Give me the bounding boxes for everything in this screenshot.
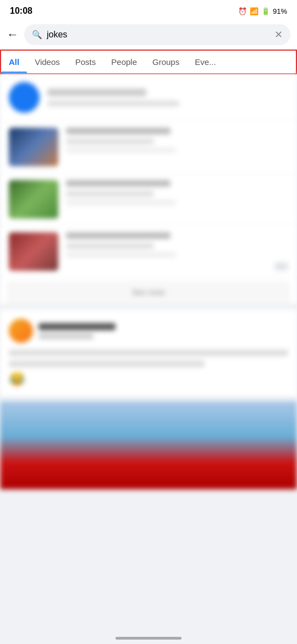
bottom-image bbox=[0, 401, 297, 489]
result-text bbox=[47, 89, 288, 106]
search-results-card: ··· See more bbox=[0, 74, 297, 303]
video-desc bbox=[66, 252, 176, 258]
battery-icon: 🔋 bbox=[261, 7, 270, 15]
video-info bbox=[66, 128, 288, 153]
tab-bar: All Videos Posts People Groups Eve... bbox=[0, 50, 297, 74]
post-card: 😂 bbox=[0, 310, 297, 396]
post-body bbox=[9, 361, 205, 367]
video-info bbox=[66, 232, 267, 258]
see-more-button[interactable]: See more bbox=[7, 281, 290, 303]
tab-events[interactable]: Eve... bbox=[187, 51, 223, 73]
video-title bbox=[66, 128, 170, 134]
video-thumbnail bbox=[9, 180, 58, 219]
home-indicator bbox=[116, 637, 182, 640]
status-time: 10:08 bbox=[10, 6, 32, 16]
post-meta bbox=[38, 334, 94, 339]
tab-all[interactable]: All bbox=[1, 51, 27, 73]
video-title bbox=[66, 232, 170, 239]
video-thumbnail bbox=[9, 128, 58, 166]
signal-icon: 📶 bbox=[250, 7, 258, 15]
video-thumbnail bbox=[9, 232, 58, 271]
list-item[interactable] bbox=[0, 173, 297, 226]
tab-groups[interactable]: Groups bbox=[145, 51, 187, 73]
status-bar: 10:08 ⏰ 📶 🔋 91% bbox=[0, 0, 297, 20]
video-badge: ··· bbox=[274, 262, 288, 271]
battery-pct: 91% bbox=[273, 7, 287, 15]
tab-posts[interactable]: Posts bbox=[68, 51, 104, 73]
video-title bbox=[66, 180, 170, 187]
post-body bbox=[9, 350, 288, 356]
tab-videos[interactable]: Videos bbox=[27, 51, 68, 73]
avatar bbox=[9, 82, 40, 113]
avatar bbox=[9, 319, 33, 343]
video-meta bbox=[66, 191, 154, 197]
video-meta bbox=[66, 243, 154, 249]
video-info bbox=[66, 180, 288, 205]
post-emoji: 😂 bbox=[9, 372, 288, 387]
post-author-info bbox=[38, 323, 116, 339]
video-desc bbox=[66, 200, 176, 205]
video-meta bbox=[66, 139, 154, 144]
result-name bbox=[47, 89, 146, 96]
search-input-text: jokes bbox=[47, 30, 270, 40]
result-meta bbox=[47, 101, 179, 106]
search-icon: 🔍 bbox=[32, 30, 42, 40]
content-area: ··· See more 😂 bbox=[0, 74, 297, 489]
tab-people[interactable]: People bbox=[103, 51, 145, 73]
search-bar-row: ← 🔍 jokes ✕ bbox=[0, 20, 297, 50]
status-icons: ⏰ 📶 🔋 91% bbox=[238, 7, 287, 15]
alarm-icon: ⏰ bbox=[238, 7, 247, 15]
clear-button[interactable]: ✕ bbox=[274, 29, 283, 41]
list-item[interactable] bbox=[0, 74, 297, 121]
back-button[interactable]: ← bbox=[7, 28, 19, 42]
video-desc bbox=[66, 148, 176, 153]
list-item[interactable] bbox=[0, 121, 297, 173]
list-item[interactable]: ··· bbox=[0, 226, 297, 278]
post-author-name bbox=[38, 323, 116, 330]
search-box[interactable]: 🔍 jokes ✕ bbox=[24, 24, 290, 45]
post-header bbox=[9, 319, 288, 343]
